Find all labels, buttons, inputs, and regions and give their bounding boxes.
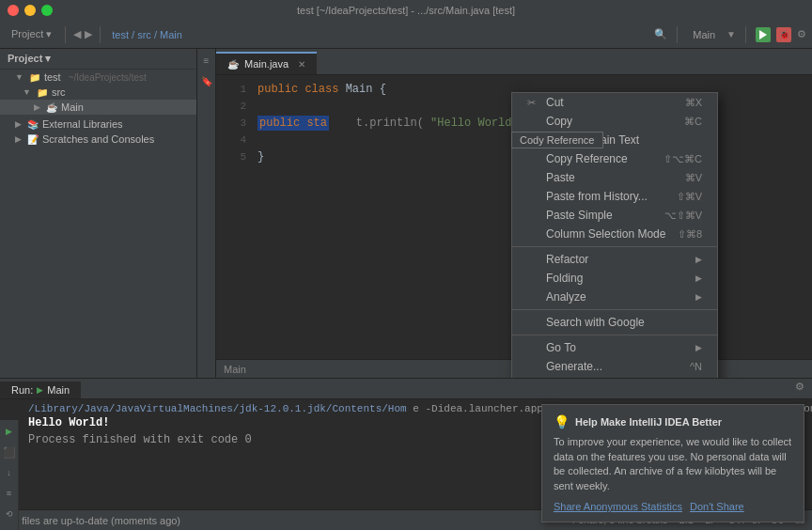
menu-item-refactor[interactable]: Refactor — [512, 250, 717, 269]
menu-paste-simple-label: Paste Simple — [546, 209, 613, 222]
window-title: test [~/IdeaProjects/test] - .../src/Mai… — [297, 5, 515, 16]
menu-item-generate[interactable]: Generate... ^N — [512, 357, 717, 376]
share-stats-button[interactable]: Share Anonymous Statistics — [554, 501, 682, 512]
notification-title-text: Help Make IntelliJ IDEA Better — [575, 416, 722, 428]
keyword-public2: public — [259, 117, 306, 130]
hello-world-output: Hello World! — [28, 416, 109, 429]
scratch-icon: 📝 — [27, 134, 39, 145]
run-side-icons: ▶ ⬛ ↓ ≡ ⟲ — [0, 420, 19, 530]
run-icon — [759, 30, 767, 39]
close-button[interactable] — [8, 5, 19, 16]
run-filter-icon[interactable]: ≡ — [2, 486, 17, 501]
line-number-2: 2 — [224, 101, 246, 112]
ext-libs-icon: 📚 — [27, 119, 39, 130]
tab-main-java[interactable]: ☕ Main.java ✕ — [216, 52, 317, 74]
run-wrap-icon[interactable]: ⟲ — [2, 507, 17, 522]
toolbar-separator2 — [100, 26, 101, 43]
project-menu[interactable]: Project ▾ — [6, 26, 57, 42]
structure-icon[interactable]: ≡ — [199, 53, 214, 68]
cody-reference-container: Cody Reference — [511, 132, 603, 148]
tree-item-main[interactable]: ▶ ☕ Main — [0, 100, 196, 115]
run-stop-icon[interactable]: ⬛ — [2, 444, 17, 460]
selected-code: public sta — [258, 116, 329, 131]
menu-item-search-google[interactable]: Search with Google — [512, 313, 717, 332]
cody-reference-label: Cody Reference — [520, 134, 595, 146]
tree-item-label: test — [44, 71, 61, 83]
tree-scratches-label: Scratches and Consoles — [42, 133, 154, 145]
generate-shortcut: ^N — [690, 361, 702, 372]
toolbar-path: test / src / Main — [108, 27, 186, 42]
toolbar-nav-fwd[interactable]: ▶ — [85, 28, 92, 40]
toolbar-right: 🔍 Main ▼ 🐞 ⚙ — [654, 26, 806, 43]
editor-section: ≡ 🔖 ☕ Main.java ✕ 1 public class — [197, 49, 812, 378]
menu-item-col-select[interactable]: Column Selection Mode ⇧⌘8 — [512, 225, 717, 243]
menu-item-paste-history[interactable]: Paste from History... ⇧⌘V — [512, 187, 717, 206]
maximize-button[interactable] — [41, 5, 53, 16]
menu-generate-label: Generate... — [546, 360, 602, 373]
settings-icon[interactable]: ⚙ — [797, 28, 806, 40]
expand-icon-src: ▼ — [23, 87, 31, 97]
tree-src-label: src — [52, 86, 66, 98]
search-icon[interactable]: 🔍 — [654, 28, 667, 40]
menu-analyze-label: Analyze — [546, 290, 586, 304]
bookmark-icon[interactable]: 🔖 — [199, 73, 214, 88]
expand-icon-main: ▶ — [34, 102, 40, 112]
code-content-1: public class Main { — [258, 83, 386, 96]
menu-item-paste-simple[interactable]: Paste Simple ⌥⇧⌘V — [512, 206, 717, 225]
run-scroll-icon[interactable]: ↓ — [2, 465, 17, 480]
bottom-tabs: Run: ▶ Main ⚙ — [0, 379, 812, 399]
expand-icon-scratch: ▶ — [15, 134, 22, 144]
config-arrow-icon[interactable]: ▼ — [726, 29, 736, 39]
tab-close-icon[interactable]: ✕ — [298, 59, 305, 70]
cody-reference-box: Cody Reference — [511, 132, 603, 148]
tree-item-scratches[interactable]: ▶ 📝 Scratches and Consoles — [0, 132, 196, 147]
panel-toolbar: ⚙ — [795, 381, 804, 393]
menu-item-goto[interactable]: Go To — [512, 338, 717, 357]
menu-sep-2 — [512, 309, 717, 310]
menu-item-copy[interactable]: Copy ⌘C — [512, 112, 717, 131]
src-folder-icon: 📁 — [37, 87, 48, 98]
run-button[interactable] — [756, 27, 771, 42]
java-tab-icon: ☕ — [227, 59, 239, 70]
toolbar-nav-back[interactable]: ◀ — [73, 28, 81, 40]
paste-shortcut: ⌘V — [685, 172, 702, 184]
menu-sep-3 — [512, 335, 717, 335]
window-controls[interactable] — [8, 5, 53, 16]
toolbar-separator — [65, 26, 66, 43]
exit-code-text: Process finished with exit code 0 — [28, 433, 252, 446]
editor-side-icons: ≡ 🔖 — [197, 49, 216, 378]
menu-refactor-label: Refactor — [546, 253, 588, 266]
notification-body: To improve your experience, we would lik… — [554, 435, 792, 493]
notification-icon: 💡 — [554, 414, 570, 429]
menu-item-folding[interactable]: Folding — [512, 269, 717, 288]
run-path-text: /Library/Java/JavaVirtualMachines/jdk-12… — [28, 403, 407, 414]
copy-ref-shortcut: ⇧⌥⌘C — [664, 153, 702, 165]
menu-goto-label: Go To — [546, 341, 576, 354]
run-play-icon[interactable]: ▶ — [2, 424, 17, 439]
menu-item-analyze[interactable]: Analyze — [512, 288, 717, 306]
menu-copy-label: Copy — [546, 115, 572, 128]
keyword-class: class — [304, 83, 345, 96]
cut-shortcut: ⌘X — [685, 97, 702, 109]
tree-main-label: Main — [61, 101, 84, 113]
toolbar-separator4 — [745, 26, 746, 43]
tree-item-ext-libs[interactable]: ▶ 📚 External Libraries — [0, 117, 196, 132]
paste-simple-shortcut: ⌥⇧⌘V — [664, 210, 702, 222]
menu-item-copy-ref[interactable]: Copy Reference ⇧⌥⌘C — [512, 149, 717, 168]
menu-item-cut[interactable]: ✂ Cut ⌘X — [512, 93, 717, 112]
project-path: ~/IdeaProjects/test — [69, 72, 147, 83]
run-config-selector[interactable]: Main — [687, 27, 721, 42]
panel-settings-icon[interactable]: ⚙ — [795, 381, 804, 393]
line-number-1: 1 — [224, 84, 246, 95]
keyword-public: public — [258, 83, 304, 96]
debug-button[interactable]: 🐞 — [776, 27, 791, 42]
menu-item-paste[interactable]: Paste ⌘V — [512, 168, 717, 187]
tab-run[interactable]: Run: ▶ Main — [0, 382, 81, 398]
dont-share-button[interactable]: Don't Share — [690, 501, 744, 512]
tree-item-src[interactable]: ▼ 📁 src — [0, 85, 196, 100]
main-toolbar: Project ▾ ◀ ▶ test / src / Main 🔍 Main ▼… — [0, 21, 812, 49]
minimize-button[interactable] — [24, 5, 36, 16]
tree-item-test[interactable]: ▼ 📁 test ~/IdeaProjects/test — [0, 70, 196, 85]
title-bar: test [~/IdeaProjects/test] - .../src/Mai… — [0, 0, 812, 21]
editor-tabs: ☕ Main.java ✕ — [216, 49, 812, 75]
